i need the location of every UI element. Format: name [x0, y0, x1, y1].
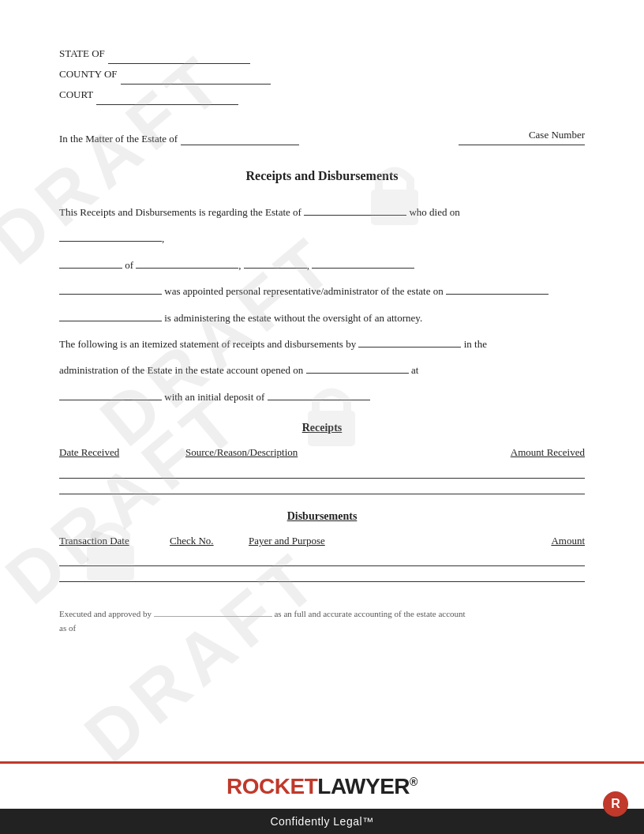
of-field-4[interactable]: [312, 256, 414, 269]
receipts-table: Date Received Source/Reason/Description …: [59, 446, 585, 494]
county-line: COUNTY OF: [59, 64, 585, 85]
receipts-col-source: Source/Reason/Description: [185, 446, 406, 462]
appointed-date-field[interactable]: [446, 282, 549, 295]
of-text: of: [125, 259, 133, 271]
of-field-1[interactable]: [59, 256, 122, 269]
appointed-name-field[interactable]: [59, 282, 162, 295]
body-paragraph-4: was appointed personal representative/ad…: [59, 282, 585, 300]
administering-name-field[interactable]: [59, 309, 162, 321]
svg-rect-2: [87, 545, 134, 580]
doc-title: Receipts and Disbursements: [59, 169, 585, 183]
svg-rect-0: [371, 190, 418, 225]
at-text: at: [411, 364, 418, 376]
disbursements-amount-2[interactable]: [438, 566, 585, 582]
executed-name-field[interactable]: [154, 606, 272, 617]
case-left: In the Matter of the Estate of: [59, 129, 299, 145]
tagline-text: Confidently Legal™: [270, 815, 373, 828]
court-line: COURT: [59, 85, 585, 105]
lock-icon-3: [79, 513, 142, 584]
lock-icon-2: [300, 379, 363, 450]
case-section: In the Matter of the Estate of Case Numb…: [59, 129, 585, 145]
receipts-source-1[interactable]: [185, 462, 406, 478]
executed-line-2: as of: [59, 622, 585, 636]
in-matter-label: In the Matter of the Estate of: [59, 133, 178, 145]
of-field-3[interactable]: [244, 256, 307, 269]
logo-rocket: ROCKET: [227, 774, 317, 798]
state-line: STATE OF: [59, 43, 585, 64]
receipts-row-2: [59, 478, 585, 494]
receipts-date-1[interactable]: [59, 462, 185, 478]
state-field[interactable]: [108, 63, 250, 64]
case-number-label: Case Number: [459, 129, 585, 141]
document-page: DRAFT DRAFT DRAFT DRAFT STATE OF COUNTY …: [0, 0, 644, 834]
body-paragraph-3: of , ,: [59, 256, 585, 274]
body-paragraph-7: administration of the Estate in the esta…: [59, 361, 585, 379]
disbursements-col-check: Check No.: [170, 535, 249, 550]
body-paragraph-5: is administering the estate without the …: [59, 309, 585, 327]
rocket-lawyer-logo: ROCKETLAWYER®: [227, 774, 417, 799]
receipts-row-1: [59, 462, 585, 478]
executed-text: Executed and approved by: [59, 609, 152, 618]
case-number-field[interactable]: [459, 145, 585, 145]
of-field-2[interactable]: [136, 256, 238, 269]
county-field[interactable]: [121, 84, 271, 85]
footer-r-badge: R: [603, 791, 628, 817]
receipts-date-2[interactable]: [59, 478, 185, 494]
disbursements-amount-1[interactable]: [438, 550, 585, 566]
as-an-text: as an full and accurate accounting of th…: [274, 609, 465, 618]
disbursements-check-1[interactable]: [170, 550, 249, 566]
court-label: COURT: [59, 85, 93, 105]
paragraph1-text: This Receipts and Disbursements is regar…: [59, 206, 301, 218]
logo-lawyer: LAWYER: [317, 774, 410, 798]
state-label: STATE OF: [59, 43, 105, 64]
court-field[interactable]: [96, 104, 238, 105]
logo-reg: ®: [410, 775, 417, 787]
body-paragraph-1: This Receipts and Disbursements is regar…: [59, 203, 585, 221]
receipts-col-amount: Amount Received: [406, 446, 585, 462]
bank-name-field[interactable]: [59, 388, 162, 400]
footer-logo-bar: ROCKETLAWYER®: [0, 761, 644, 809]
badge-letter: R: [611, 797, 620, 811]
disbursements-check-2[interactable]: [170, 566, 249, 582]
footer-tagline-bar: Confidently Legal™: [0, 809, 644, 834]
county-label: COUNTY OF: [59, 64, 118, 85]
estate-name-field[interactable]: [181, 145, 299, 145]
footer-brand: ROCKETLAWYER® Confidently Legal™ R: [0, 761, 644, 834]
as-of-text: as of: [59, 623, 76, 633]
opened-date-field[interactable]: [306, 361, 409, 374]
in-the-text: in the: [464, 338, 487, 350]
svg-rect-1: [308, 411, 355, 446]
disbursements-payer-1[interactable]: [249, 550, 438, 566]
header-info: STATE OF COUNTY OF COURT: [59, 43, 585, 105]
lock-icon-1: [363, 158, 426, 229]
following-stmt-text: The following is an itemized statement o…: [59, 338, 356, 350]
is-administering-text: is administering the estate without the …: [164, 312, 422, 324]
case-right: Case Number: [459, 129, 585, 145]
died-date-field[interactable]: [59, 229, 162, 242]
receipts-source-2[interactable]: [185, 478, 406, 494]
receipts-col-date: Date Received: [59, 446, 185, 462]
body-paragraph-2: ,: [59, 229, 585, 247]
by-name-field[interactable]: [358, 335, 461, 348]
disbursements-col-amount: Amount: [438, 535, 585, 550]
body-paragraph-6: The following is an itemized statement o…: [59, 335, 585, 353]
disbursements-col-payer: Payer and Purpose: [249, 535, 438, 550]
executed-line-1: Executed and approved by as an full and …: [59, 606, 585, 622]
receipts-amount-1[interactable]: [406, 462, 585, 478]
was-appointed-text: was appointed personal representative/ad…: [164, 285, 443, 297]
receipts-amount-2[interactable]: [406, 478, 585, 494]
with-deposit-text: with an initial deposit of: [164, 391, 264, 403]
admin-estate-text: administration of the Estate in the esta…: [59, 364, 303, 376]
executed-section: Executed and approved by as an full and …: [59, 606, 585, 635]
disbursements-payer-2[interactable]: [249, 566, 438, 582]
